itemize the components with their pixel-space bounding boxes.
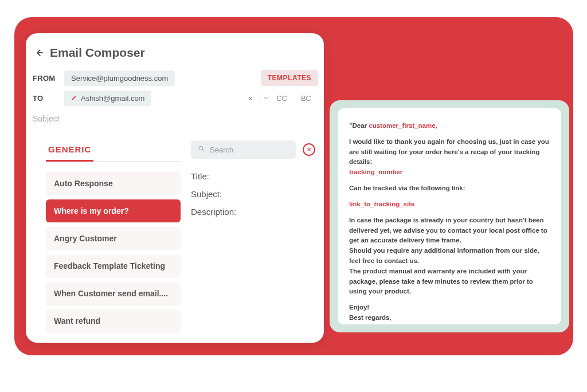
subject-input[interactable]: Subject (32, 111, 318, 127)
var-customer-name: customer_first_name, (369, 122, 437, 129)
detail-title-label: Title: (191, 171, 315, 181)
preview-signoff: Enjoy! Best regards, your_representative… (349, 303, 550, 324)
template-picker: GENERIC Auto Response Where is my order?… (46, 138, 315, 332)
template-item-want-refund[interactable]: Want refund (46, 309, 181, 332)
from-label: FROM (33, 74, 64, 83)
template-list: Auto Response Where is my order? Angry C… (46, 172, 181, 332)
detail-description-label: Description: (191, 207, 315, 217)
back-arrow-icon[interactable] (33, 46, 45, 59)
preview-p1: I would like to thank you again for choo… (349, 137, 550, 178)
template-list-panel: GENERIC Auto Response Where is my order?… (46, 138, 186, 332)
divider (260, 94, 260, 103)
cc-button[interactable]: CC (269, 94, 294, 103)
search-input[interactable]: Search (191, 140, 296, 159)
p1-text: I would like to thank you again for choo… (349, 138, 549, 166)
template-item-feedback[interactable]: Feedback Template Ticketing (46, 254, 181, 277)
to-label: TO (33, 94, 64, 103)
search-row: Search (191, 138, 315, 159)
search-placeholder: Search (210, 146, 233, 154)
p3b-text: Should you require any additional inform… (349, 247, 539, 264)
regards-text: Best regards, (349, 314, 392, 321)
from-value: Service@plumgoodness.com (71, 74, 168, 83)
preview-p2: Can be tracked via the following link: (349, 183, 550, 194)
composer-header: Email Composer (32, 46, 318, 60)
var-tracking-link: link_to_tracking_site (349, 199, 550, 210)
template-item-where-is-my-order[interactable]: Where is my order? (46, 199, 181, 222)
p3a-text: In case the package is already in your c… (349, 217, 547, 244)
greeting-prefix: "Dear (349, 122, 369, 129)
preview-p3: In case the package is already in your c… (349, 215, 550, 297)
enjoy-text: Enjoy! (349, 304, 369, 311)
p3c-text: The product manual and warranty are incl… (349, 268, 533, 295)
pencil-icon (71, 94, 77, 103)
var-tracking-number: tracking_number (349, 168, 402, 175)
templates-button[interactable]: TEMPLATES (261, 70, 318, 86)
to-row: TO Ashish@gmail.com × CC BC (32, 91, 318, 106)
template-item-auto-response[interactable]: Auto Response (46, 172, 181, 195)
clear-to-icon[interactable]: × (243, 93, 257, 103)
from-row: FROM Service@plumgoodness.com TEMPLATES (32, 70, 318, 86)
page-title: Email Composer (50, 46, 145, 60)
close-icon[interactable] (303, 143, 315, 156)
tab-generic[interactable]: GENERIC (46, 139, 93, 162)
template-detail-panel: Search Title: Subject: Description: (186, 138, 315, 332)
email-composer-panel: Email Composer FROM Service@plumgoodness… (26, 33, 324, 343)
template-item-angry-customer[interactable]: Angry Customer (46, 227, 181, 250)
var-link: link_to_tracking_site (349, 201, 414, 207)
email-preview-content: "Dear customer_first_name, I would like … (338, 108, 561, 324)
detail-subject-label: Subject: (191, 189, 315, 199)
from-value-pill[interactable]: Service@plumgoodness.com (64, 70, 175, 86)
template-item-customer-email[interactable]: When Customer send email.... (46, 282, 181, 305)
preview-greeting: "Dear customer_first_name, (349, 121, 550, 131)
picker-tabs: GENERIC (46, 138, 181, 162)
email-preview-panel: "Dear customer_first_name, I would like … (330, 100, 569, 332)
chevron-down-icon[interactable] (263, 93, 269, 104)
search-icon (198, 145, 205, 154)
tabs-spacer (93, 138, 181, 162)
svg-point-0 (199, 146, 203, 150)
to-value: Ashish@gmail.com (81, 94, 144, 103)
bc-button[interactable]: BC (294, 94, 318, 103)
to-value-pill[interactable]: Ashish@gmail.com (64, 91, 151, 106)
